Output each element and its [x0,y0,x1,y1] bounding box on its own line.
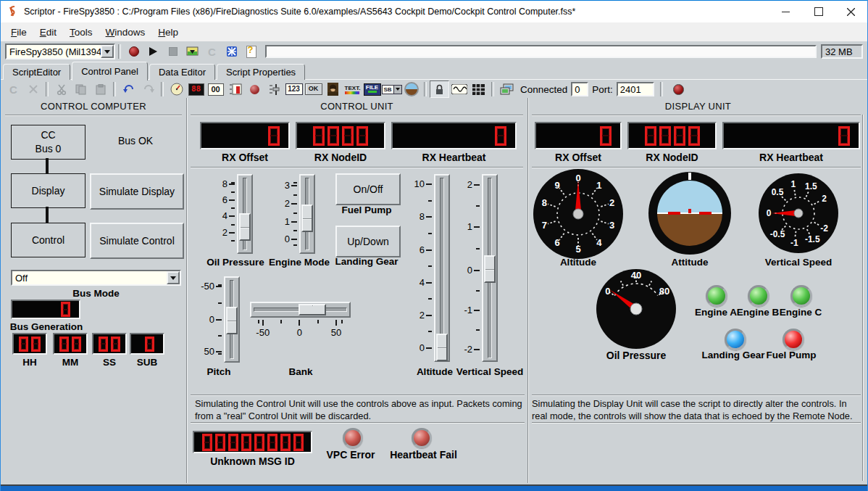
pitch-slider-handle[interactable] [226,307,238,334]
landing-gear-button[interactable]: Up/Down [335,226,401,257]
network-icon [500,83,514,95]
undo-button[interactable] [119,81,138,98]
minimize-button[interactable] [769,1,802,22]
c-tool-button[interactable]: C [4,81,23,98]
attitude-widget-button[interactable] [401,81,421,98]
simulate-control-button[interactable]: Simulate Control [90,223,184,259]
altitude-slider[interactable]: 1086420 [402,174,450,362]
tab-script-properties[interactable]: Script Properties [217,64,305,80]
engine-mode-slider-label: Engine Mode [267,257,331,268]
menu-file[interactable]: File [4,24,33,41]
segment-digit [600,126,612,146]
hours-label: HH [12,357,47,368]
window-arrange-button[interactable] [222,43,241,60]
pitch-slider[interactable]: -50050 [192,276,240,363]
svg-text:0: 0 [605,286,610,297]
network-button[interactable] [497,81,517,98]
paste-button[interactable] [91,81,110,98]
du-rx-nodeid-label: RX NodeID [627,152,717,163]
cc-bus-node[interactable]: CC Bus 0 [11,125,85,160]
counter-widget-button[interactable]: 00 [206,81,225,98]
window-title: Scriptor - FireSpy3850 : C:/Program File… [24,7,769,17]
menu-help[interactable]: Help [151,24,185,41]
oil-pressure-slider-handle[interactable] [239,213,251,241]
close-button[interactable] [835,1,867,22]
text-widget-icon: TEXT. [345,85,361,94]
oil-pressure-slider[interactable]: 8642 [205,174,253,254]
screen-capture-icon [186,46,199,57]
bus-mode-value: Off [12,273,167,284]
display-node[interactable]: Display [11,173,85,208]
led-widget-icon [250,85,259,94]
connection-led-button[interactable] [669,81,688,98]
vertical-speed-slider-handle[interactable] [484,255,496,283]
tab-control-panel[interactable]: Control Panel [72,62,148,81]
cut-button[interactable] [51,81,71,98]
bank-slider-handle[interactable] [299,304,326,315]
device-select[interactable]: FireSpy3850 (Mil1394) [5,44,115,59]
divider [186,98,188,483]
text-widget-button[interactable]: TEXT. [343,81,362,98]
divider [5,115,182,116]
seven-segment-widget-button[interactable]: 88 [186,81,206,98]
ok-button-widget-button[interactable]: OK [304,81,323,98]
segment-digit [111,337,120,352]
led-widget-button[interactable] [245,81,264,98]
device-toolbar: FireSpy3850 (Mil1394) C ? 32 MB [1,41,867,62]
bargraph-widget-button[interactable] [225,81,245,98]
slider-tick-label: 8 [207,178,228,189]
vpc-error-led [343,428,363,448]
file-widget-button[interactable]: FILE [362,81,382,98]
menu-edit[interactable]: Edit [33,24,63,41]
number-display-widget-button[interactable]: 123 [284,81,304,98]
bank-slider[interactable]: -50050 [250,302,351,342]
port-field[interactable] [617,82,654,96]
record-icon [129,46,139,57]
maximize-button[interactable] [802,1,835,22]
counter-widget-icon: 00 [208,83,224,96]
help-button[interactable]: ? [241,43,261,60]
divider [862,115,864,481]
delete-button[interactable] [23,81,43,98]
menu-windows[interactable]: Windows [99,24,152,41]
sub-label: SUB [130,357,164,368]
svg-text:7: 7 [542,220,547,231]
divider [532,115,861,116]
tab-data-editor[interactable]: Data Editor [149,64,215,80]
engine-b-led [748,285,769,307]
device-select-arrow[interactable] [101,45,114,58]
simulate-display-button[interactable]: Simulate Display [90,173,184,210]
slider-tick-label: -50 [249,327,277,338]
wave-button[interactable] [449,81,469,98]
grid-button[interactable] [469,81,488,98]
cu-rx-offset-label: RX Offset [200,152,290,163]
lock-button[interactable] [430,81,449,98]
connected-field[interactable] [571,82,588,96]
engine-mode-slider-handle[interactable] [301,205,313,232]
divider [191,395,525,396]
altitude-slider-handle[interactable] [436,334,448,361]
redo-button[interactable] [138,81,158,98]
play-button[interactable] [143,43,163,60]
menu-tools[interactable]: Tools [63,24,99,41]
seconds-label: SS [92,357,127,368]
stop-button[interactable] [163,43,183,60]
vertical-speed-slider[interactable]: 210-1-2 [451,174,498,362]
bus-mode-select[interactable]: Off [11,270,181,286]
bus-mode-arrow[interactable] [167,271,180,284]
combobox-widget-button[interactable]: SB [382,81,401,98]
slider-widget-button[interactable] [264,81,284,98]
engine-mode-slider[interactable]: 3210 [267,174,315,254]
attitude-widget-icon [404,82,419,96]
screen-capture-button[interactable] [183,43,202,60]
image-widget-button[interactable] [323,81,343,98]
copy-button[interactable] [71,81,91,98]
control-node[interactable]: Control [11,223,85,257]
clear-button[interactable]: C [202,43,222,60]
undo-icon [123,85,135,94]
record-button[interactable] [124,43,143,60]
engine-b-label: Engine B [734,307,782,318]
tab-scripteditor[interactable]: ScriptEditor [3,64,70,80]
fuel-pump-button[interactable]: On/Off [335,173,401,205]
clock-widget-button[interactable] [167,81,186,98]
